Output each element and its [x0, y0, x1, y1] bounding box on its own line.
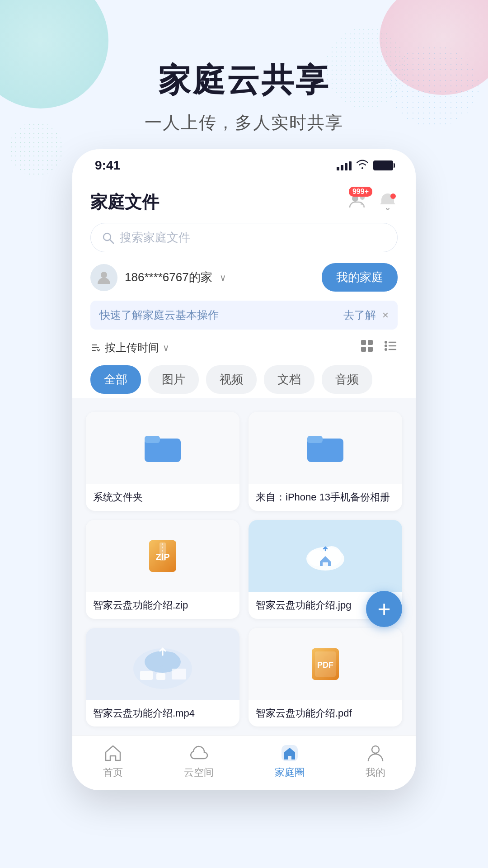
mp4-thumb: [127, 635, 199, 693]
file-grid: 系统文件夹 来自：iPhone 13手机备份相册: [86, 412, 402, 736]
sort-text: 按上传时间: [105, 340, 159, 355]
wifi-icon: [356, 159, 369, 172]
sort-icon: [90, 342, 101, 353]
svg-rect-38: [172, 669, 186, 679]
file-thumb: [86, 628, 239, 700]
status-icons: [337, 159, 393, 172]
file-name: 智家云盘功能介绍.zip: [86, 592, 239, 619]
file-card-mp4[interactable]: 智家云盘功能介绍.mp4: [86, 628, 239, 727]
users-icon-wrap[interactable]: 999+: [348, 191, 369, 214]
hero-section: 家庭云共享 一人上传，多人实时共享: [0, 0, 488, 134]
file-name: 智家云盘功能介绍.pdf: [249, 700, 402, 727]
home-icon: [103, 743, 123, 763]
svg-point-44: [372, 746, 379, 753]
file-name: 系统文件夹: [86, 484, 239, 511]
info-right: 去了解 ×: [343, 308, 389, 322]
search-placeholder: 搜索家庭文件: [120, 230, 190, 245]
nav-label-profile: 我的: [366, 766, 385, 779]
svg-point-13: [385, 341, 387, 344]
svg-point-35: [161, 652, 179, 670]
list-view-button[interactable]: [383, 339, 398, 356]
account-name: 186****6767的家: [125, 269, 212, 285]
bell-icon: [378, 192, 398, 212]
hero-title: 家庭云共享: [0, 59, 488, 102]
file-thumb: [249, 520, 402, 592]
info-banner: 快速了解家庭云基本操作 去了解 ×: [90, 301, 398, 330]
svg-rect-11: [361, 347, 366, 352]
pdf-icon: PDF: [310, 646, 341, 682]
tab-videos[interactable]: 视频: [206, 365, 257, 394]
file-thumb: PDF: [249, 628, 402, 700]
tab-images[interactable]: 图片: [148, 365, 199, 394]
svg-line-4: [110, 240, 113, 243]
grid-view-button[interactable]: [360, 339, 374, 356]
svg-rect-36: [140, 671, 153, 680]
tab-docs[interactable]: 文档: [264, 365, 314, 394]
file-card-system-folder[interactable]: 系统文件夹: [86, 412, 239, 511]
nav-item-cloud[interactable]: 云空间: [184, 743, 214, 779]
signal-icon: [337, 160, 352, 170]
cloud-home-icon: [303, 538, 348, 574]
nav-label-home: 首页: [103, 766, 123, 779]
file-thumb: [249, 412, 402, 484]
svg-point-2: [390, 193, 396, 199]
account-row: 186****6767的家 ∨ 我的家庭: [90, 263, 398, 292]
info-link[interactable]: 去了解: [343, 308, 376, 322]
my-family-button[interactable]: 我的家庭: [322, 263, 398, 292]
account-avatar: [90, 264, 117, 291]
file-card-zip[interactable]: ZIP 智家云盘功能介绍.zip: [86, 520, 239, 619]
header-icons: 999+: [348, 191, 398, 214]
nav-item-family[interactable]: 家庭圈: [275, 743, 305, 779]
status-bar: 9:41: [72, 149, 416, 177]
info-close-button[interactable]: ×: [382, 309, 389, 321]
nav-item-home[interactable]: 首页: [103, 743, 123, 779]
svg-rect-12: [368, 347, 373, 352]
person-icon: [366, 743, 385, 763]
svg-rect-9: [361, 340, 366, 345]
svg-point-34: [145, 655, 162, 671]
file-thumb: ZIP: [86, 520, 239, 592]
svg-rect-20: [145, 436, 160, 443]
nav-label-cloud: 云空间: [184, 766, 214, 779]
svg-rect-10: [368, 340, 373, 345]
account-chevron-icon: ∨: [220, 272, 226, 283]
file-thumb: [86, 412, 239, 484]
svg-text:PDF: PDF: [317, 660, 333, 670]
folder-icon: [145, 432, 181, 464]
sort-chevron-icon: ∨: [163, 342, 169, 353]
status-time: 9:41: [95, 158, 120, 173]
svg-point-15: [385, 348, 387, 351]
battery-icon: [373, 160, 393, 170]
tabs-row: 全部 图片 视频 文档 音频: [90, 365, 398, 398]
users-badge: 999+: [349, 187, 372, 197]
tab-all[interactable]: 全部: [90, 365, 141, 394]
app-title: 家庭文件: [90, 191, 159, 214]
sort-right: [360, 339, 398, 356]
info-text: 快速了解家庭云基本操作: [99, 308, 219, 322]
tab-audio[interactable]: 音频: [322, 365, 372, 394]
zip-icon: ZIP: [147, 538, 178, 574]
search-icon: [102, 231, 114, 244]
svg-point-14: [385, 344, 387, 347]
bottom-nav: 首页 云空间 家庭圈: [72, 736, 416, 790]
bell-icon-wrap[interactable]: [378, 192, 398, 213]
fab-add-button[interactable]: +: [366, 591, 402, 627]
sort-left[interactable]: 按上传时间 ∨: [90, 340, 169, 355]
search-bar[interactable]: 搜索家庭文件: [90, 223, 398, 252]
hero-subtitle: 一人上传，多人实时共享: [0, 111, 488, 134]
file-name: 来自：iPhone 13手机备份相册: [249, 484, 402, 511]
file-card-pdf[interactable]: PDF 智家云盘功能介绍.pdf: [249, 628, 402, 727]
svg-point-5: [101, 272, 107, 278]
nav-label-family: 家庭圈: [275, 766, 305, 779]
app-content: 家庭文件 999+: [72, 177, 416, 398]
cloud-icon: [189, 743, 209, 763]
nav-item-profile[interactable]: 我的: [366, 743, 385, 779]
file-card-iphone-folder[interactable]: 来自：iPhone 13手机备份相册: [249, 412, 402, 511]
svg-rect-37: [156, 673, 165, 680]
svg-rect-31: [323, 562, 328, 566]
account-left[interactable]: 186****6767的家 ∨: [90, 264, 226, 291]
family-icon: [280, 743, 300, 763]
app-header: 家庭文件 999+: [90, 186, 398, 223]
file-name: 智家云盘功能介绍.mp4: [86, 700, 239, 727]
svg-rect-22: [307, 436, 323, 443]
